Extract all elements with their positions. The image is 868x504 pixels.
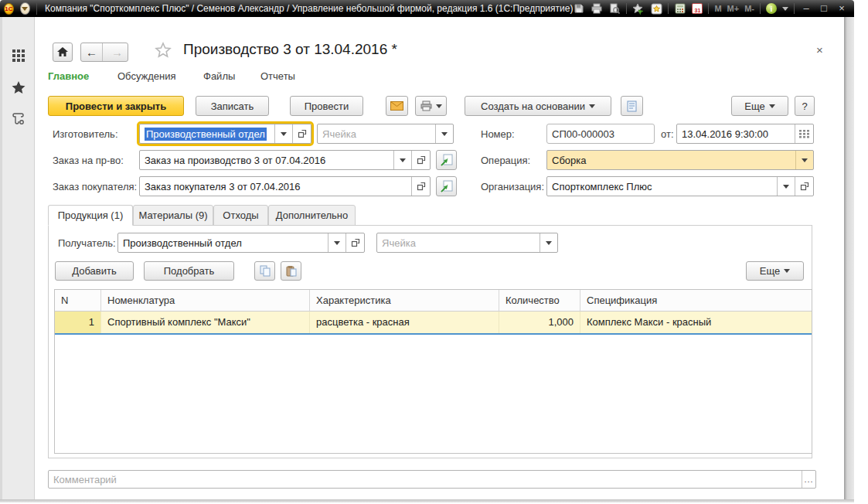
save-icon[interactable] bbox=[573, 2, 585, 15]
dropdown-button[interactable] bbox=[540, 233, 557, 252]
minimize-button[interactable]: – bbox=[800, 2, 812, 15]
date-value: 13.04.2016 9:30:00 bbox=[677, 124, 795, 143]
cell-characteristic[interactable]: расцветка - красная bbox=[310, 312, 499, 333]
open-link-icon bbox=[417, 182, 426, 191]
calendar-grid-icon bbox=[799, 130, 809, 138]
favorites-icon[interactable] bbox=[650, 2, 662, 15]
number-field[interactable]: СП00-000003 bbox=[546, 124, 655, 144]
tab-reports[interactable]: Отчеты bbox=[260, 70, 295, 82]
memory-subtract-button[interactable]: M- bbox=[744, 4, 754, 13]
dropdown-button[interactable] bbox=[777, 177, 795, 196]
table-row[interactable]: 1 Спортивный комплекс "Макси" расцветка … bbox=[55, 312, 812, 335]
open-production-order-button[interactable] bbox=[436, 150, 457, 170]
maximize-button[interactable]: □ bbox=[818, 2, 830, 15]
comment-expand-button[interactable]: ... bbox=[802, 471, 815, 488]
tab-discussions[interactable]: Обсуждения bbox=[117, 70, 176, 82]
app-window: 1С Компания "Спорткомплекс Плюс" / Семен… bbox=[0, 0, 854, 502]
close-form-button[interactable]: × bbox=[816, 43, 823, 56]
chevron-down-icon bbox=[22, 7, 28, 11]
cell-n[interactable]: 1 bbox=[55, 312, 101, 333]
tab-files[interactable]: Файлы bbox=[203, 70, 235, 82]
column-header-n[interactable]: N bbox=[55, 290, 101, 312]
open-button[interactable] bbox=[345, 233, 364, 252]
tab-waste[interactable]: Отходы bbox=[213, 205, 268, 226]
print-icon[interactable] bbox=[591, 2, 603, 15]
organization-field[interactable]: Спорткомплекс Плюс bbox=[546, 176, 814, 196]
sections-menu-icon[interactable] bbox=[2, 49, 35, 63]
copy-button[interactable] bbox=[254, 261, 275, 281]
back-button[interactable]: ← bbox=[81, 43, 103, 61]
email-button[interactable] bbox=[386, 96, 408, 116]
document-structure-button[interactable] bbox=[621, 96, 643, 116]
open-button[interactable] bbox=[292, 124, 311, 143]
column-header-nomenclature[interactable]: Номенклатура bbox=[101, 290, 310, 312]
calendar-picker-button[interactable] bbox=[795, 124, 813, 143]
open-button[interactable] bbox=[411, 151, 430, 169]
organization-label: Организация: bbox=[481, 181, 544, 192]
cell-nomenclature[interactable]: Спортивный комплекс "Макси" bbox=[101, 312, 310, 333]
forward-button[interactable]: → bbox=[107, 43, 128, 61]
help-button[interactable]: ? bbox=[795, 96, 815, 116]
more-label: Еще bbox=[760, 265, 780, 277]
page-title: Производство 3 от 13.04.2016 * bbox=[183, 41, 397, 58]
add-row-button[interactable]: Добавить bbox=[55, 261, 134, 281]
paste-button[interactable] bbox=[281, 261, 301, 281]
cell-field[interactable]: Ячейка bbox=[376, 233, 558, 253]
table-more-button[interactable]: Еще bbox=[746, 261, 804, 281]
cell-header-field[interactable]: Ячейка bbox=[317, 124, 454, 144]
dropdown-button[interactable] bbox=[795, 151, 813, 169]
print-preview-icon[interactable] bbox=[608, 2, 621, 15]
dropdown-button[interactable] bbox=[274, 124, 292, 143]
document-icon bbox=[627, 100, 637, 112]
memory-recall-button[interactable]: M bbox=[714, 4, 721, 13]
production-order-value: Заказ на производство 3 от 07.04.2016 bbox=[140, 151, 393, 169]
calculator-icon[interactable] bbox=[674, 2, 686, 15]
memory-add-button[interactable]: M+ bbox=[727, 4, 740, 13]
pick-button[interactable]: Подобрать bbox=[144, 261, 234, 281]
main-menu-button[interactable] bbox=[20, 2, 31, 15]
cell-specification[interactable]: Комплекс Макси - красный bbox=[580, 312, 812, 333]
dropdown-button[interactable] bbox=[435, 124, 453, 143]
history-icon[interactable] bbox=[2, 111, 35, 125]
customer-order-field[interactable]: Заказ покупателя 3 от 07.04.2016 bbox=[139, 176, 431, 196]
add-favorite-icon[interactable] bbox=[632, 2, 645, 15]
favorite-star-icon[interactable] bbox=[155, 42, 172, 59]
production-order-field[interactable]: Заказ на производство 3 от 07.04.2016 bbox=[139, 150, 431, 170]
titlebar-tools: 31 M M+ M- i – □ × bbox=[573, 2, 848, 15]
comment-placeholder: Комментарий bbox=[49, 471, 802, 488]
divider bbox=[760, 3, 761, 14]
dropdown-button[interactable] bbox=[393, 151, 411, 169]
recipient-field[interactable]: Производственный отдел bbox=[117, 233, 365, 253]
info-icon[interactable]: i bbox=[766, 3, 777, 14]
open-button[interactable] bbox=[411, 177, 430, 196]
products-table: N Номенклатура Характеристика Количество… bbox=[54, 289, 812, 454]
date-field[interactable]: 13.04.2016 9:30:00 bbox=[676, 124, 814, 144]
manufacturer-field[interactable]: Производственный отдел bbox=[139, 124, 311, 144]
cell-quantity[interactable]: 1,000 bbox=[499, 312, 580, 333]
column-header-quantity[interactable]: Количество bbox=[499, 290, 580, 312]
home-button[interactable] bbox=[53, 43, 73, 62]
print-menu-button[interactable] bbox=[415, 96, 447, 116]
post-and-close-button[interactable]: Провести и закрыть bbox=[48, 96, 184, 116]
post-button[interactable]: Провести bbox=[290, 96, 363, 116]
operation-field[interactable]: Сборка bbox=[546, 150, 814, 170]
save-button[interactable]: Записать bbox=[196, 96, 269, 116]
close-window-button[interactable]: × bbox=[836, 2, 848, 15]
comment-field[interactable]: Комментарий ... bbox=[48, 470, 816, 489]
open-customer-order-button[interactable] bbox=[436, 176, 457, 196]
tab-main[interactable]: Главное bbox=[48, 70, 89, 82]
more-button[interactable]: Еще bbox=[731, 96, 788, 116]
chevron-down-icon bbox=[802, 158, 808, 162]
column-header-specification[interactable]: Спецификация bbox=[580, 290, 812, 312]
create-based-on-button[interactable]: Создать на основании bbox=[465, 96, 611, 116]
calendar-icon[interactable]: 31 bbox=[692, 3, 703, 14]
organization-value: Спорткомплекс Плюс bbox=[547, 177, 777, 196]
favorites-star-icon[interactable] bbox=[2, 80, 35, 95]
open-button[interactable] bbox=[795, 177, 813, 196]
dropdown-button[interactable] bbox=[328, 233, 345, 252]
tab-additional[interactable]: Дополнительно bbox=[268, 205, 356, 226]
tab-products[interactable]: Продукция (1) bbox=[48, 205, 133, 226]
tab-materials[interactable]: Материалы (9) bbox=[133, 205, 213, 226]
chevron-down-icon[interactable] bbox=[782, 7, 788, 11]
column-header-characteristic[interactable]: Характеристика bbox=[310, 290, 499, 312]
